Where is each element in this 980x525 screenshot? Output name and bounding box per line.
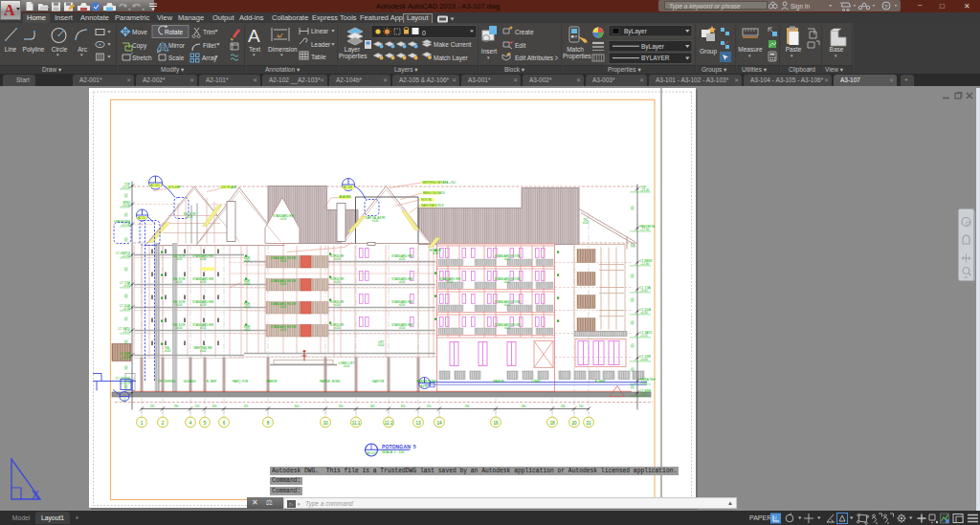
svg-text:±0.00: ±0.00 <box>504 325 511 329</box>
svg-text:±0.00: ±0.00 <box>378 342 385 346</box>
svg-text:±0.00: ±0.00 <box>244 281 251 285</box>
svg-text:+21.00: +21.00 <box>640 187 650 191</box>
svg-text:±0.00: ±0.00 <box>244 304 251 308</box>
svg-text:±0.00: ±0.00 <box>280 216 287 220</box>
svg-text:-2.80: -2.80 <box>640 391 647 395</box>
svg-text:PARKIR: PARKIR <box>267 379 278 383</box>
svg-text:±0.00: ±0.00 <box>165 348 171 352</box>
svg-text:600: 600 <box>295 405 300 408</box>
svg-text:PARQ. KYB: PARQ. KYB <box>233 379 248 383</box>
svg-text:±0.00: ±0.00 <box>334 256 341 260</box>
svg-text:315: 315 <box>124 236 128 241</box>
svg-text:±0.00: ±0.00 <box>433 251 439 254</box>
svg-text:14: 14 <box>436 420 442 425</box>
svg-text:±0.00: ±0.00 <box>344 363 350 367</box>
svg-text:Sign In: Sign In <box>791 3 811 11</box>
svg-text:4: 4 <box>189 420 192 425</box>
svg-text:+9.45: +9.45 <box>640 288 648 292</box>
svg-text:±0.00: ±0.00 <box>200 325 207 329</box>
svg-text:315: 315 <box>124 293 128 297</box>
svg-text:±0.00: ±0.00 <box>244 258 251 262</box>
svg-text:230: 230 <box>561 405 566 408</box>
svg-text:+12.60: +12.60 <box>122 253 131 257</box>
svg-text:200: 200 <box>212 405 217 408</box>
svg-text:?: ? <box>884 4 888 10</box>
svg-text:±0.00: ±0.00 <box>176 279 183 283</box>
svg-text:A2-106: A2-106 <box>344 186 353 189</box>
svg-text:315: 315 <box>124 383 128 388</box>
svg-text:315: 315 <box>124 211 128 216</box>
svg-text:±0.00: ±0.00 <box>399 256 406 260</box>
svg-text:±0.00: ±0.00 <box>200 256 207 260</box>
svg-text:5: 5 <box>204 420 207 425</box>
svg-text:±0.00: ±0.00 <box>176 325 183 329</box>
svg-text:±0.00: ±0.00 <box>176 256 183 260</box>
svg-text:TPT KERING: TPT KERING <box>158 379 176 383</box>
svg-text:±0.00: ±0.00 <box>280 327 287 331</box>
svg-text:POTONGAN 5: POTONGAN 5 <box>382 443 416 448</box>
svg-text:21: 21 <box>586 420 591 425</box>
svg-text:320: 320 <box>339 405 344 408</box>
svg-text:±0.00: ±0.00 <box>200 302 207 306</box>
svg-text:8: 8 <box>267 420 270 425</box>
svg-text:+3.15: +3.15 <box>640 333 648 337</box>
svg-text:1: 1 <box>141 420 144 425</box>
svg-text:±0.00: ±0.00 <box>280 281 287 285</box>
svg-text:+12.60: +12.60 <box>640 261 650 265</box>
svg-text:A2-10: A2-10 <box>138 216 145 220</box>
svg-text:±0.00: ±0.00 <box>504 279 511 283</box>
svg-text:+0.00: +0.00 <box>122 354 130 358</box>
svg-text:6: 6 <box>223 420 226 425</box>
svg-text:+21.00: +21.00 <box>122 185 131 188</box>
svg-text:±0.00: ±0.00 <box>200 279 207 283</box>
svg-text:11.1: 11.1 <box>352 420 361 425</box>
svg-text:LIST PLANK: LIST PLANK <box>220 185 236 188</box>
svg-text:150: 150 <box>579 405 584 408</box>
svg-text:10: 10 <box>323 420 328 425</box>
svg-text:315: 315 <box>124 316 128 320</box>
svg-text:KANTOR: KANTOR <box>372 379 385 383</box>
svg-text:340: 340 <box>370 405 375 408</box>
svg-text:315: 315 <box>631 242 635 247</box>
svg-text:310: 310 <box>401 405 406 408</box>
svg-text:220: 220 <box>150 405 155 408</box>
svg-text:315: 315 <box>124 339 128 343</box>
svg-text:+9.45: +9.45 <box>122 283 130 287</box>
svg-text:13: 13 <box>415 420 421 425</box>
svg-text:PARKIR: PARKIR <box>494 379 505 383</box>
svg-text:±0.00: ±0.00 <box>280 258 287 262</box>
svg-text:KASO KAYU KLS: KASO KAYU KLS <box>421 203 444 207</box>
svg-text:315: 315 <box>124 192 128 197</box>
svg-text:315: 315 <box>631 205 635 209</box>
svg-text:+17.50: +17.50 <box>640 227 650 230</box>
svg-text:2: 2 <box>162 420 165 425</box>
svg-text:±0.00: ±0.00 <box>176 302 183 306</box>
svg-text:150: 150 <box>195 405 200 408</box>
svg-text:315: 315 <box>631 319 635 324</box>
svg-text:+17.00: +17.00 <box>122 222 131 226</box>
svg-text:±0.00: ±0.00 <box>504 302 511 306</box>
svg-text:LOBBY: LOBBY <box>531 379 541 383</box>
svg-text:PARKIR MOBIL: PARKIR MOBIL <box>416 379 436 383</box>
svg-text:RENG DG KAYU: RENG DG KAYU <box>423 190 445 194</box>
svg-text:315: 315 <box>631 342 635 347</box>
svg-text:ADA MEL: ADA MEL <box>339 195 351 199</box>
svg-text:±0.00: ±0.00 <box>399 279 406 283</box>
svg-text:+19.40: +19.40 <box>122 203 131 207</box>
svg-text:315: 315 <box>631 296 635 301</box>
svg-text:±0.00: ±0.00 <box>399 302 406 306</box>
svg-text:R. MEP: R. MEP <box>207 379 216 383</box>
svg-text:+3.15: +3.15 <box>122 329 130 333</box>
svg-text:PARKIR. MOBIL: PARKIR. MOBIL <box>320 379 341 383</box>
svg-text:20: 20 <box>571 420 577 425</box>
svg-text:455: 455 <box>244 405 249 408</box>
svg-text:A2-105: A2-105 <box>150 184 160 187</box>
svg-text:+0.00: +0.00 <box>640 357 648 361</box>
svg-text:A3-107: A3-107 <box>367 450 376 454</box>
svg-text:NOK ML: NOK ML <box>421 197 433 201</box>
svg-text:315: 315 <box>631 273 635 277</box>
svg-text:16: 16 <box>493 420 499 425</box>
svg-text:SKALA 1 : 100: SKALA 1 : 100 <box>382 450 404 454</box>
svg-text:±0.00: ±0.00 <box>583 220 590 224</box>
svg-text:GENTENG SETARA + KU: GENTENG SETARA + KU <box>422 180 456 184</box>
